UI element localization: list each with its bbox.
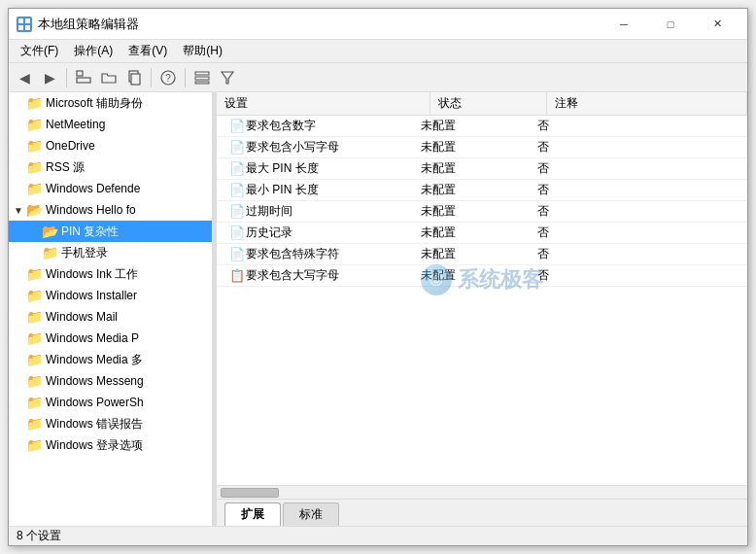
cell-setting: 📄 历史记录: [217, 223, 413, 243]
tree-item-defender[interactable]: 📁 Windows Defende: [9, 178, 212, 199]
table-row[interactable]: 📄 过期时间 未配置 否: [217, 201, 747, 223]
cell-note: 否: [530, 180, 747, 200]
table-row[interactable]: 📋 要求包含大写字母 未配置 否: [217, 265, 747, 287]
tree-label: 手机登录: [61, 245, 108, 261]
tree-label: Windows 错误报告: [46, 416, 143, 433]
cell-note: 否: [530, 265, 747, 286]
tree-item-windows-ink[interactable]: 📁 Windows Ink 工作: [9, 263, 212, 285]
tree-item-onedrive[interactable]: 📁 OneDrive: [9, 135, 212, 156]
tree-item-windows-login[interactable]: 📁 Windows 登录选项: [9, 434, 212, 456]
cell-status: 未配置: [413, 201, 530, 222]
tab-expand[interactable]: 扩展: [224, 502, 281, 526]
expand-arrow: [13, 332, 24, 344]
help-button[interactable]: ?: [156, 66, 180, 89]
cell-status: 未配置: [413, 244, 530, 264]
window-controls: ─ □ ✕: [601, 9, 739, 40]
expand-arrow: [13, 439, 24, 451]
tree-item-phone[interactable]: 📁 手机登录: [9, 242, 212, 263]
folder-icon: 📁: [26, 267, 42, 281]
copy-button[interactable]: [122, 66, 146, 89]
col-header-note[interactable]: 注释: [547, 92, 747, 115]
cell-status: 未配置: [413, 223, 530, 243]
tree-label: Windows Hello fo: [46, 203, 136, 217]
menu-file[interactable]: 文件(F): [13, 41, 66, 61]
expand-arrow: [13, 418, 24, 430]
app-icon: [17, 17, 32, 32]
tree-item-windows-powershell[interactable]: 📁 Windows PowerSh: [9, 392, 212, 413]
tree-label: Windows Media 多: [46, 352, 143, 368]
folder-icon: 📁: [26, 438, 42, 452]
tree-item-windows-hello[interactable]: ▼ 📂 Windows Hello fo: [9, 199, 212, 221]
svg-rect-4: [77, 71, 83, 76]
tree-item-windows-mail[interactable]: 📁 Windows Mail: [9, 306, 212, 328]
col-header-setting[interactable]: 设置: [217, 92, 430, 115]
expand-arrow: [13, 375, 24, 387]
table-row[interactable]: 📄 要求包含小写字母 未配置 否: [217, 137, 747, 158]
tab-standard[interactable]: 标准: [283, 502, 339, 526]
folder-icon: 📁: [26, 396, 42, 409]
cell-status: 未配置: [413, 180, 530, 200]
up-button[interactable]: [72, 66, 95, 89]
cell-status: 未配置: [413, 158, 530, 179]
svg-rect-11: [195, 77, 209, 80]
toolbar-separator-2: [151, 68, 152, 87]
row-icon: 📋: [228, 268, 246, 283]
svg-rect-0: [18, 18, 23, 23]
tree-label: PIN 复杂性: [61, 224, 119, 240]
title-bar: 本地组策略编辑器 ─ □ ✕: [9, 9, 747, 40]
properties-button[interactable]: [190, 66, 214, 89]
row-icon: 📄: [228, 204, 246, 219]
table-row[interactable]: 📄 要求包含特殊字符 未配置 否: [217, 244, 747, 265]
minimize-button[interactable]: ─: [601, 9, 646, 40]
expand-arrow: [13, 97, 24, 109]
tree-item-rss[interactable]: 📁 RSS 源: [9, 156, 212, 178]
back-button[interactable]: ◀: [13, 66, 36, 89]
row-icon: 📄: [228, 161, 246, 176]
tree-item-windows-installer[interactable]: 📁 Windows Installer: [9, 285, 212, 306]
tree-item-netmeeting[interactable]: 📁 NetMeeting: [9, 114, 212, 135]
status-bar: 8 个设置: [9, 526, 747, 545]
filter-button[interactable]: [216, 66, 239, 89]
row-icon: 📄: [228, 247, 246, 261]
toolbar-separator-1: [66, 68, 67, 87]
cell-setting: 📄 要求包含数字: [217, 116, 413, 136]
scrollbar-thumb[interactable]: [221, 488, 279, 498]
menu-view[interactable]: 查看(V): [120, 41, 175, 61]
tree-item-windows-media-d[interactable]: 📁 Windows Media 多: [9, 349, 212, 370]
folder-icon: 📁: [26, 118, 42, 131]
tree-item-windows-media-p[interactable]: 📁 Windows Media P: [9, 328, 212, 349]
col-header-status[interactable]: 状态: [430, 92, 547, 115]
new-folder-button[interactable]: [97, 66, 120, 89]
folder-icon: 📁: [26, 353, 42, 366]
tree-label: Windows Mail: [46, 310, 118, 324]
table-row[interactable]: 📄 要求包含数字 未配置 否: [217, 116, 747, 137]
maximize-button[interactable]: □: [648, 9, 693, 40]
folder-icon: 📁: [26, 374, 42, 388]
expand-arrow: [13, 311, 24, 323]
table-body: 📄 要求包含数字 未配置 否 📄 要求包含小写字母 未配置 否: [217, 116, 747, 485]
close-button[interactable]: ✕: [695, 9, 739, 40]
tree-item-windows-error[interactable]: 📁 Windows 错误报告: [9, 413, 212, 434]
forward-button[interactable]: ▶: [38, 66, 61, 89]
tree-label: Windows Ink 工作: [46, 266, 138, 283]
tree-item-windows-messenger[interactable]: 📁 Windows Messeng: [9, 370, 212, 392]
menu-bar: 文件(F) 操作(A) 查看(V) 帮助(H): [9, 40, 747, 63]
table-row[interactable]: 📄 历史记录 未配置 否: [217, 223, 747, 244]
cell-status: 未配置: [413, 265, 530, 286]
row-icon: 📄: [228, 119, 246, 133]
right-pane: © 系统极客 设置 状态 注释 📄 要求包含数字 未配置 否: [217, 92, 747, 526]
cell-note: 否: [530, 223, 747, 243]
tree-item-microsoft[interactable]: 📁 Microsoft 辅助身份: [9, 92, 212, 114]
menu-action[interactable]: 操作(A): [66, 41, 120, 61]
table-row[interactable]: 📄 最大 PIN 长度 未配置 否: [217, 158, 747, 180]
expand-arrow: [13, 290, 24, 301]
tree-label: Microsoft 辅助身份: [46, 95, 143, 112]
table-row[interactable]: 📄 最小 PIN 长度 未配置 否: [217, 180, 747, 201]
folder-icon: 📂: [42, 225, 57, 238]
expand-arrow: ▼: [13, 204, 24, 216]
tree-item-pin[interactable]: 📂 PIN 复杂性: [9, 221, 212, 242]
horizontal-scrollbar[interactable]: [217, 485, 747, 499]
menu-help[interactable]: 帮助(H): [175, 41, 230, 61]
toolbar-separator-3: [185, 68, 186, 87]
cell-note: 否: [530, 244, 747, 264]
